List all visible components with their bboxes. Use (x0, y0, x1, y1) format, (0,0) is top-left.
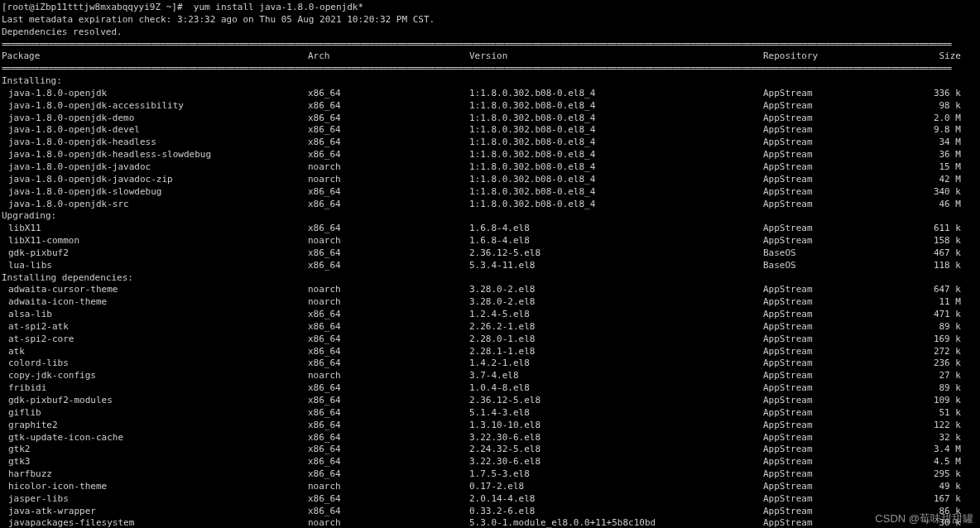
col-package: java-1.8.0-openjdk-accessibility (2, 100, 308, 113)
col-version: 1.7.5-3.el8 (469, 468, 763, 481)
col-version: 1.3.10-10.el8 (469, 420, 763, 432)
col-version: 2.24.32-5.el8 (469, 444, 763, 456)
col-size: 169 k (891, 334, 966, 346)
col-package: graphite2 (2, 420, 308, 432)
col-package: harfbuzz (2, 468, 308, 481)
col-size: 27 k (891, 370, 966, 382)
col-arch: x86_64 (308, 395, 469, 407)
col-package: java-1.8.0-openjdk-slowdebug (2, 186, 308, 199)
terminal-prompt[interactable]: [root@iZbp11tttjw8mxabqqyyi9Z ~]# yum in… (2, 2, 978, 14)
col-package: giflib (2, 407, 308, 420)
col-arch: x86_64 (308, 468, 469, 481)
col-size: 122 k (891, 420, 966, 432)
meta-line: Last metadata expiration check: 3:23:32 … (2, 14, 978, 26)
col-repo: AppStream (763, 137, 891, 149)
col-package: java-1.8.0-openjdk-demo (2, 113, 308, 125)
col-package: atk (2, 346, 308, 358)
header-package: Package (2, 50, 308, 63)
col-repo: AppStream (763, 334, 891, 346)
col-package: java-1.8.0-openjdk-javadoc (2, 161, 308, 174)
col-repo: AppStream (763, 186, 891, 199)
col-size: 42 M (891, 174, 966, 186)
col-version: 5.3.4-11.el8 (469, 260, 763, 272)
table-row: java-1.8.0-openjdk-demox86_641:1.8.0.302… (2, 113, 978, 125)
col-version: 1:1.8.0.302.b08-0.el8_4 (469, 88, 763, 100)
col-package: javapackages-filesystem (2, 517, 308, 528)
table-row: at-spi2-corex86_642.28.0-1.el8AppStream1… (2, 334, 978, 346)
col-repo: AppStream (763, 284, 891, 296)
col-package: java-1.8.0-openjdk-javadoc-zip (2, 174, 308, 186)
table-row: atkx86_642.28.1-1.el8AppStream272 k (2, 346, 978, 358)
col-version: 1.2.4-5.el8 (469, 309, 763, 321)
table-row: java-atk-wrapperx86_640.33.2-6.el8AppStr… (2, 506, 978, 518)
col-package: java-1.8.0-openjdk-devel (2, 124, 308, 137)
col-package: java-1.8.0-openjdk-src (2, 199, 308, 211)
header-arch: Arch (308, 50, 469, 63)
col-arch: x86_64 (308, 432, 469, 444)
col-size: 158 k (891, 235, 966, 247)
col-arch: x86_64 (308, 247, 469, 260)
col-package: java-1.8.0-openjdk (2, 88, 308, 100)
col-version: 3.22.30-6.el8 (469, 456, 763, 468)
col-size: 34 M (891, 137, 966, 149)
col-arch: x86_64 (308, 407, 469, 420)
col-package: colord-libs (2, 358, 308, 370)
table-row: adwaita-cursor-themenoarch3.28.0-2.el8Ap… (2, 284, 978, 296)
col-version: 2.36.12-5.el8 (469, 247, 763, 260)
col-repo: AppStream (763, 444, 891, 456)
col-package: gtk3 (2, 456, 308, 468)
col-package: jasper-libs (2, 493, 308, 506)
col-repo: BaseOS (763, 260, 891, 272)
col-repo: AppStream (763, 395, 891, 407)
col-repo: AppStream (763, 481, 891, 493)
col-size: 467 k (891, 247, 966, 260)
col-version: 1:1.8.0.302.b08-0.el8_4 (469, 174, 763, 186)
col-package: lua-libs (2, 260, 308, 272)
col-size: 89 k (891, 321, 966, 334)
table-row: java-1.8.0-openjdk-javadocnoarch1:1.8.0.… (2, 161, 978, 174)
col-size: 46 M (891, 199, 966, 211)
col-version: 0.17-2.el8 (469, 481, 763, 493)
col-repo: AppStream (763, 456, 891, 468)
col-size: 118 k (891, 260, 966, 272)
col-arch: x86_64 (308, 223, 469, 235)
table-row: java-1.8.0-openjdk-headlessx86_641:1.8.0… (2, 137, 978, 149)
col-repo: AppStream (763, 370, 891, 382)
col-size: 15 M (891, 161, 966, 174)
header-size: Size (891, 50, 966, 63)
col-repo: AppStream (763, 161, 891, 174)
col-arch: x86_64 (308, 382, 469, 395)
table-row: adwaita-icon-themenoarch3.28.0-2.el8AppS… (2, 296, 978, 309)
col-version: 1:1.8.0.302.b08-0.el8_4 (469, 100, 763, 113)
col-size: 9.8 M (891, 124, 966, 137)
col-repo: AppStream (763, 506, 891, 518)
section-label: Installing: (2, 75, 978, 88)
col-repo: AppStream (763, 309, 891, 321)
col-repo: AppStream (763, 113, 891, 125)
col-arch: x86_64 (308, 309, 469, 321)
header-repo: Repository (763, 50, 891, 63)
col-arch: x86_64 (308, 137, 469, 149)
col-size: 295 k (891, 468, 966, 481)
col-arch: noarch (308, 284, 469, 296)
col-size: 647 k (891, 284, 966, 296)
col-arch: x86_64 (308, 456, 469, 468)
col-repo: AppStream (763, 199, 891, 211)
col-arch: x86_64 (308, 493, 469, 506)
col-size: 272 k (891, 346, 966, 358)
col-arch: noarch (308, 517, 469, 528)
col-package: at-spi2-atk (2, 321, 308, 334)
col-size: 471 k (891, 309, 966, 321)
table-row: libX11x86_641.6.8-4.el8AppStream611 k (2, 223, 978, 235)
watermark: CSDN @莓味甜甜罐 (875, 511, 973, 526)
table-row: libX11-commonnoarch1.6.8-4.el8AppStream1… (2, 235, 978, 247)
col-arch: noarch (308, 161, 469, 174)
divider-under-header: ========================================… (2, 63, 978, 75)
table-row: hicolor-icon-themenoarch0.17-2.el8AppStr… (2, 481, 978, 493)
col-package: libX11 (2, 223, 308, 235)
col-repo: AppStream (763, 235, 891, 247)
col-version: 2.28.1-1.el8 (469, 346, 763, 358)
table-row: gtk2x86_642.24.32-5.el8AppStream3.4 M (2, 444, 978, 456)
divider-top: ========================================… (2, 39, 978, 51)
col-version: 5.1.4-3.el8 (469, 407, 763, 420)
